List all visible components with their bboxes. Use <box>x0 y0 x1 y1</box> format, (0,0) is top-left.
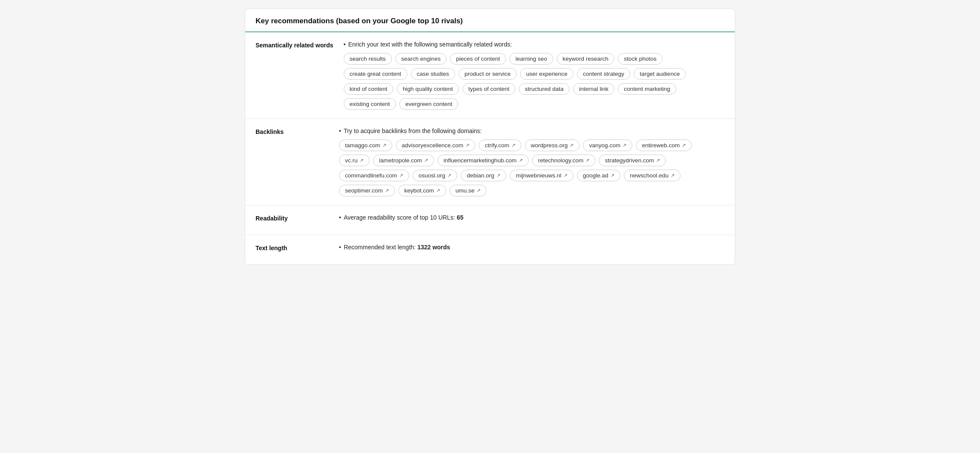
tag-vanyog[interactable]: vanyog.com ↗ <box>583 140 632 151</box>
external-link-icon: ↗ <box>586 158 589 163</box>
tag-high-quality-content[interactable]: high quality content <box>397 83 459 95</box>
external-link-icon: ↗ <box>610 173 614 178</box>
backlinks-intro: Try to acquire backlinks from the follow… <box>344 127 482 134</box>
card-title: Key recommendations (based on your Googl… <box>256 17 724 25</box>
tag-kind-of-content[interactable]: kind of content <box>344 83 394 95</box>
tag-lametropole[interactable]: lametropole.com ↗ <box>373 155 434 166</box>
tag-googlead[interactable]: google.ad ↗ <box>577 170 620 181</box>
external-link-icon: ↗ <box>382 143 386 148</box>
backlinks-bullet: • Try to acquire backlinks from the foll… <box>339 127 724 134</box>
section-content-text-length: • Recommended text length: 1322 words <box>339 244 724 256</box>
external-link-icon: ↗ <box>671 173 675 178</box>
semantically-related-bullet: • Enrich your text with the following se… <box>344 41 724 48</box>
external-link-icon: ↗ <box>424 158 428 163</box>
external-link-icon: ↗ <box>477 188 481 193</box>
tag-influencermarketinghub[interactable]: influencermarketinghub.com ↗ <box>438 155 529 166</box>
tag-learning-seo[interactable]: learning seo <box>509 53 553 65</box>
external-link-icon: ↗ <box>465 143 469 148</box>
tag-user-experience[interactable]: user experience <box>520 68 573 80</box>
tag-retechnology[interactable]: retechnology.com ↗ <box>532 155 596 166</box>
readability-text: Average readability score of top 10 URLs… <box>344 214 463 221</box>
semantically-related-intro: Enrich your text with the following sema… <box>348 41 512 48</box>
tag-case-studies[interactable]: case studies <box>411 68 455 80</box>
tag-structured-data[interactable]: structured data <box>519 83 570 95</box>
backlinks-tags: tamaggo.com ↗ advisoryexcellence.com ↗ c… <box>339 140 724 196</box>
external-link-icon: ↗ <box>399 173 403 178</box>
tag-mijnwebnieuws[interactable]: mijnwebnieuws.nl ↗ <box>510 170 573 181</box>
tag-types-of-content[interactable]: types of content <box>462 83 515 95</box>
tag-evergreen-content[interactable]: evergreen content <box>399 98 458 110</box>
section-semantically-related: Semantically related words • Enrich your… <box>245 32 735 119</box>
external-link-icon: ↗ <box>385 188 389 193</box>
tag-strategydriven[interactable]: strategydriven.com ↗ <box>599 155 666 166</box>
text-length-value: 1322 words <box>417 244 450 251</box>
tag-commandlinefu[interactable]: commandlinefu.com ↗ <box>339 170 409 181</box>
tag-content-marketing[interactable]: content marketing <box>618 83 676 95</box>
external-link-icon: ↗ <box>623 143 626 148</box>
tag-tamaggo[interactable]: tamaggo.com ↗ <box>339 140 392 151</box>
text-length-text: Recommended text length: 1322 words <box>344 244 450 251</box>
text-length-bullet: • Recommended text length: 1322 words <box>339 244 724 251</box>
tag-ctrify[interactable]: ctrify.com ↗ <box>479 140 521 151</box>
section-label-backlinks: Backlinks <box>256 127 329 135</box>
tag-advisoryexcellence[interactable]: advisoryexcellence.com ↗ <box>396 140 475 151</box>
tag-seoptimer[interactable]: seoptimer.com ↗ <box>339 185 395 196</box>
tag-internal-link[interactable]: internal link <box>573 83 614 95</box>
tag-product-or-service[interactable]: product or service <box>459 68 517 80</box>
external-link-icon: ↗ <box>360 158 364 163</box>
tag-umuse[interactable]: umu.se ↗ <box>450 185 487 196</box>
section-label-semantically-related: Semantically related words <box>256 41 333 49</box>
tag-osuosl[interactable]: osuosl.org ↗ <box>413 170 457 181</box>
tag-debian[interactable]: debian.org ↗ <box>461 170 506 181</box>
tag-keyword-research[interactable]: keyword research <box>557 53 615 65</box>
tag-pieces-of-content[interactable]: pieces of content <box>450 53 506 65</box>
external-link-icon: ↗ <box>447 173 451 178</box>
external-link-icon: ↗ <box>519 158 523 163</box>
tag-entireweb[interactable]: entireweb.com ↗ <box>636 140 692 151</box>
section-label-text-length: Text length <box>256 244 329 251</box>
tag-existing-content[interactable]: existing content <box>344 98 396 110</box>
section-readability: Readability • Average readability score … <box>245 205 735 235</box>
external-link-icon: ↗ <box>496 173 500 178</box>
external-link-icon: ↗ <box>564 173 567 178</box>
tag-content-strategy[interactable]: content strategy <box>577 68 630 80</box>
section-content-semantically-related: • Enrich your text with the following se… <box>344 41 724 110</box>
external-link-icon: ↗ <box>512 143 515 148</box>
bullet-dot-backlinks: • <box>339 127 341 134</box>
recommendations-card: Key recommendations (based on your Googl… <box>245 9 735 265</box>
bullet-dot-readability: • <box>339 214 341 221</box>
tag-keybot[interactable]: keybot.com ↗ <box>398 185 446 196</box>
tag-target-audience[interactable]: target audience <box>634 68 686 80</box>
external-link-icon: ↗ <box>570 143 573 148</box>
tag-stock-photos[interactable]: stock photos <box>618 53 663 65</box>
section-label-readability: Readability <box>256 214 329 222</box>
tag-vcru[interactable]: vc.ru ↗ <box>339 155 370 166</box>
tag-search-engines[interactable]: search engines <box>395 53 447 65</box>
external-link-icon: ↗ <box>682 143 686 148</box>
section-backlinks: Backlinks • Try to acquire backlinks fro… <box>245 119 735 205</box>
tag-create-great-content[interactable]: create great content <box>344 68 407 80</box>
section-content-backlinks: • Try to acquire backlinks from the foll… <box>339 127 724 196</box>
external-link-icon: ↗ <box>656 158 660 163</box>
bullet-dot-text-length: • <box>339 244 341 251</box>
external-link-icon: ↗ <box>436 188 440 193</box>
section-content-readability: • Average readability score of top 10 UR… <box>339 214 724 226</box>
readability-bullet: • Average readability score of top 10 UR… <box>339 214 724 221</box>
semantically-related-tags: search results search engines pieces of … <box>344 53 724 110</box>
readability-score: 65 <box>457 214 464 221</box>
tag-wordpress[interactable]: wordpress.org ↗ <box>525 140 580 151</box>
section-text-length: Text length • Recommended text length: 1… <box>245 235 735 264</box>
card-header: Key recommendations (based on your Googl… <box>245 9 735 32</box>
bullet-dot: • <box>344 41 346 48</box>
tag-newschool[interactable]: newschool.edu ↗ <box>624 170 681 181</box>
tag-search-results[interactable]: search results <box>344 53 392 65</box>
